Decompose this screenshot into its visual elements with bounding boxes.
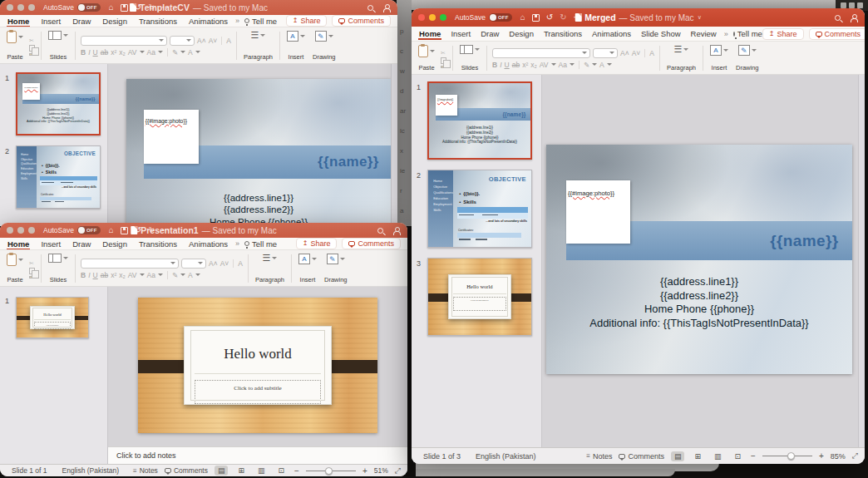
image-tag-text[interactable]: {{#image:photo}} bbox=[145, 118, 187, 124]
tab-insert[interactable]: Insert bbox=[450, 27, 471, 40]
tab-transitions[interactable]: Transitions bbox=[138, 238, 178, 250]
photo-placeholder[interactable]: {{#image:photo}} bbox=[436, 95, 457, 116]
tab-animations[interactable]: Animations bbox=[188, 15, 229, 27]
hello-world-slide[interactable]: Hello world Click to add subtitle bbox=[138, 298, 377, 433]
reading-view-button[interactable]: ▥ bbox=[254, 466, 269, 476]
subtitle-placeholder[interactable]: Click to add subtitle bbox=[34, 322, 71, 328]
home-icon[interactable]: ⌂ bbox=[520, 13, 525, 22]
drawing-button[interactable]: ✎ Drawing bbox=[734, 44, 761, 72]
normal-view-button[interactable]: ▤ bbox=[215, 466, 229, 476]
home-icon[interactable]: ⌂ bbox=[109, 226, 114, 234]
copy-icon[interactable] bbox=[29, 45, 35, 52]
tab-insert[interactable]: Insert bbox=[40, 15, 62, 27]
cut-icon[interactable]: ✂ bbox=[441, 50, 447, 56]
notes-toggle[interactable]: ≡Notes bbox=[586, 452, 612, 461]
cv-template-slide[interactable]: {{name}} {{#image:photo}} {{address.line… bbox=[429, 83, 530, 158]
photo-placeholder[interactable]: {{#image:photo}} bbox=[144, 110, 200, 164]
bold-button[interactable]: B bbox=[81, 48, 86, 57]
account-icon[interactable] bbox=[392, 227, 401, 234]
highlight-pen-button[interactable]: ✎ bbox=[584, 61, 589, 69]
slide-thumbnail-1[interactable]: {{name}} {{#image:photo}} {{address.line… bbox=[16, 72, 101, 136]
zoom-level[interactable]: 85% bbox=[831, 452, 846, 461]
share-button[interactable]: ↥Share bbox=[286, 15, 328, 27]
paste-dropdown-caret[interactable] bbox=[18, 259, 23, 261]
slide-sorter-view-button[interactable]: ⊞ bbox=[691, 451, 704, 461]
slide-editor-area[interactable]: {{name}} {{#image:photo}} {{address.line… bbox=[542, 75, 865, 447]
account-icon[interactable] bbox=[382, 4, 391, 12]
notes-pane[interactable]: Click to add notes bbox=[108, 446, 407, 464]
name-tag-text[interactable]: {{name}} bbox=[502, 111, 525, 117]
character-spacing-button[interactable]: AV bbox=[540, 61, 549, 69]
slide-editor-area[interactable]: Hello world Click to add subtitle bbox=[108, 287, 407, 446]
additional-info-line[interactable]: Additional info: {{ThisTagIsNotPresentIn… bbox=[17, 120, 99, 124]
fit-slide-button[interactable]: ⤢ bbox=[852, 451, 858, 461]
paragraph-caret[interactable] bbox=[683, 48, 688, 51]
maximize-button[interactable] bbox=[440, 14, 446, 21]
strikethrough-button[interactable]: ab bbox=[512, 61, 520, 69]
cut-icon[interactable]: ✂ bbox=[29, 37, 36, 43]
zoom-slider-knob[interactable] bbox=[787, 452, 795, 460]
address-line2[interactable]: {{address.line2}} bbox=[126, 204, 391, 216]
objective-slide[interactable]: HomeObjectiveQualificationsEducationEmpl… bbox=[17, 146, 100, 208]
additional-info-line[interactable]: Additional info: {{ThisTagIsNotPresentIn… bbox=[546, 317, 852, 331]
comments-button[interactable]: Comments bbox=[809, 28, 865, 40]
slide-title[interactable]: Hello world bbox=[34, 313, 71, 321]
account-icon[interactable] bbox=[850, 14, 858, 22]
case-caret[interactable] bbox=[570, 63, 575, 66]
more-tabs-chevron[interactable]: » bbox=[235, 17, 239, 25]
paragraph-button[interactable]: ☰ Paragraph bbox=[242, 30, 274, 62]
slide-sorter-view-button[interactable]: ⊞ bbox=[234, 466, 248, 476]
title-card[interactable]: Hello world Click to add subtitle bbox=[30, 306, 74, 329]
clear-formatting-button[interactable]: A bbox=[238, 259, 243, 268]
tellme-button[interactable]: Tell me bbox=[252, 17, 277, 26]
bold-button[interactable]: B bbox=[81, 271, 86, 279]
copy-icon[interactable] bbox=[441, 57, 446, 64]
paragraph-button[interactable]: ☰ Paragraph bbox=[254, 253, 286, 284]
title-card[interactable]: Hello world Click to add subtitle bbox=[448, 274, 512, 318]
save-icon[interactable] bbox=[121, 227, 128, 234]
comments-button[interactable]: Comments bbox=[342, 238, 401, 249]
contact-textbox[interactable]: {{address.line1}} {{address.line2}} Home… bbox=[546, 275, 852, 330]
contact-textbox[interactable]: {{address.line1}} {{address.line2}} Home… bbox=[17, 108, 99, 124]
zoom-out-button[interactable]: − bbox=[294, 466, 299, 476]
contact-textbox[interactable]: {{address.line1}} {{address.line2}} Home… bbox=[126, 192, 391, 226]
tab-draw[interactable]: Draw bbox=[72, 238, 91, 250]
language-label[interactable]: English (Pakistan) bbox=[62, 466, 120, 475]
reading-view-button[interactable]: ▥ bbox=[711, 451, 725, 461]
tellme-button[interactable]: Tell me bbox=[252, 239, 277, 249]
font-size-select[interactable] bbox=[170, 36, 195, 46]
paste-dropdown-caret[interactable] bbox=[430, 50, 435, 52]
insert-button[interactable]: A Insert bbox=[297, 253, 318, 284]
font-color-button[interactable]: A bbox=[188, 271, 193, 279]
slide-title[interactable]: Hello world bbox=[453, 283, 506, 294]
vertical-scrollbar[interactable] bbox=[858, 75, 865, 447]
character-spacing-button[interactable]: AV bbox=[128, 271, 137, 279]
slide-thumbnail-panel[interactable]: 1 {{name}} {{#image:photo}} {{address.li… bbox=[412, 75, 542, 447]
zoom-slider[interactable] bbox=[762, 452, 812, 460]
comments-toggle[interactable]: Comments bbox=[619, 452, 664, 461]
window-presentation1[interactable]: AutoSave OFF ⌂ ↺ ↻ ⋯ Presentation1 — Sav… bbox=[0, 223, 407, 476]
slide-thumbnail-1[interactable]: Hello world Click to add subtitle bbox=[16, 297, 89, 338]
objective-slide[interactable]: HomeObjectiveQualificationsEducationEmpl… bbox=[428, 170, 531, 247]
slide-title[interactable]: Hello world bbox=[195, 346, 321, 373]
spacing-caret[interactable] bbox=[140, 51, 145, 53]
pen-caret[interactable] bbox=[180, 273, 185, 276]
grow-font-button[interactable]: A˄ bbox=[209, 259, 218, 268]
slide-thumbnail-panel[interactable]: 1 Hello world Click to add subtitle bbox=[0, 287, 108, 464]
case-caret[interactable] bbox=[158, 51, 163, 53]
font-color-button[interactable]: A bbox=[188, 48, 193, 57]
underline-button[interactable]: U bbox=[93, 48, 98, 57]
close-button[interactable] bbox=[418, 14, 425, 21]
photo-placeholder[interactable]: {{#image:photo}} bbox=[22, 83, 40, 100]
slide-thumbnail-3[interactable]: Hello world Click to add subtitle bbox=[427, 258, 532, 336]
background-window-bottom-edge-2[interactable] bbox=[416, 469, 675, 476]
clear-formatting-button[interactable]: A bbox=[649, 49, 654, 57]
change-case-button[interactable]: Aa bbox=[147, 48, 155, 57]
tab-design[interactable]: Design bbox=[508, 27, 535, 40]
vertical-scrollbar[interactable] bbox=[391, 64, 397, 226]
comments-toggle[interactable]: Comments bbox=[165, 466, 208, 475]
font-size-select[interactable] bbox=[593, 48, 618, 58]
search-icon[interactable] bbox=[367, 5, 373, 11]
zoom-in-button[interactable]: + bbox=[819, 451, 824, 461]
hello-world-slide[interactable]: Hello world Click to add subtitle bbox=[17, 298, 88, 338]
